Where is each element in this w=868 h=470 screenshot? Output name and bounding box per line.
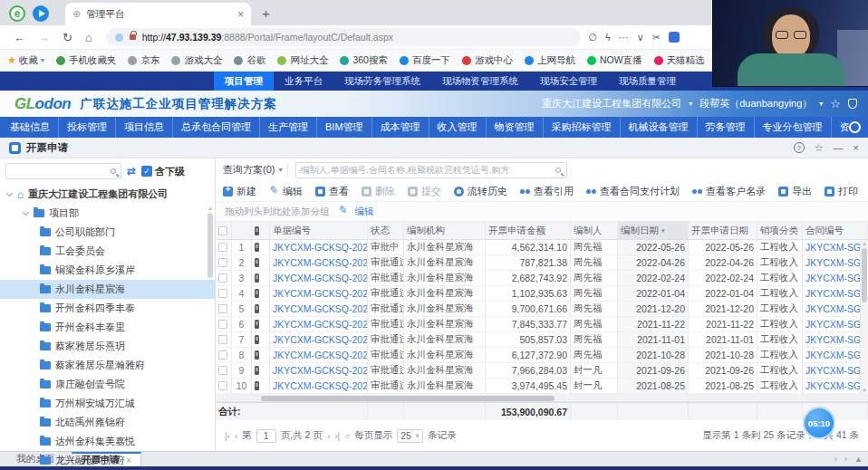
toolbar-button[interactable]: 编辑 xyxy=(269,185,303,198)
table-row[interactable]: 9 JKYCXM-GCKSQ-2021... 审批通过 永川金科星宸海 7,96… xyxy=(216,363,868,379)
row-checkbox[interactable] xyxy=(218,335,227,344)
contract-link[interactable]: JKYCXM-SG... xyxy=(803,255,868,270)
table-row[interactable]: 4 JKYCXM-GCKSQ-2022... 审批通过 永川金科星宸海 1,10… xyxy=(216,286,868,302)
module-menu-item[interactable]: 基础信息 xyxy=(2,117,59,138)
close-icon[interactable]: × xyxy=(854,142,859,153)
bookmark-item[interactable]: 游戏大全 xyxy=(171,54,222,67)
portal-nav-item[interactable]: 现场安全管理 xyxy=(529,72,608,91)
contract-link[interactable]: JKYCXM-SG... xyxy=(803,240,868,254)
url-box[interactable]: http://47.93.139.39:8888/Portal/Frame/la… xyxy=(106,28,582,46)
contract-link[interactable]: JKYCXM-SG... xyxy=(803,379,868,393)
row-checkbox[interactable] xyxy=(218,273,227,283)
col-date-apply[interactable]: 开票申请日期 xyxy=(689,222,757,239)
module-menu-item[interactable]: BIM管理 xyxy=(317,117,372,138)
module-menu-item[interactable]: 收入管理 xyxy=(429,117,487,138)
table-row[interactable]: 2 JKYCXM-GCKSQ-2022... 审批通过 永川金科星宸海 787,… xyxy=(216,255,868,271)
module-menu-item[interactable]: 采购招标管理 xyxy=(544,117,621,138)
browser-logo-icon[interactable]: e xyxy=(9,5,25,22)
tab-close-icon[interactable]: × xyxy=(237,8,244,21)
table-row[interactable]: 7 JKYCXM-GCKSQ-2021... 审批通过 永川金科星宸海 505,… xyxy=(216,332,868,348)
tree-group-projects[interactable]: 项目部 xyxy=(0,204,215,223)
bookmark-item[interactable]: 谷歌 xyxy=(234,54,265,67)
module-menu-item[interactable]: 专业分包管理 xyxy=(755,117,832,138)
attachment-icon[interactable] xyxy=(255,258,259,267)
project-tree-item[interactable]: 铜梁金科原乡溪岸 xyxy=(0,261,215,280)
dropdown-icon[interactable]: ∨ xyxy=(637,32,644,43)
bookmark-item[interactable]: 京东 xyxy=(128,54,159,67)
page-size-select[interactable]: 25∨ xyxy=(397,429,423,443)
col-contract[interactable]: 合同编号 xyxy=(803,222,868,239)
table-row[interactable]: 8 JKYCXM-GCKSQ-2021... 审批通过 永川金科星宸海 6,12… xyxy=(216,348,868,363)
horizontal-scrollbar[interactable] xyxy=(216,394,868,402)
toolbar-button[interactable]: 流转历史 xyxy=(454,185,507,198)
org-search-input[interactable] xyxy=(9,167,111,177)
ribbon-circle-icon[interactable] xyxy=(849,121,861,133)
module-menu-item[interactable]: 成本管理 xyxy=(372,117,429,138)
module-menu-item[interactable]: 总承包合同管理 xyxy=(173,117,260,138)
page-number-input[interactable]: 1 xyxy=(256,429,276,443)
portal-nav-item[interactable]: 项目管理 xyxy=(214,72,274,91)
row-checkbox[interactable] xyxy=(218,258,227,267)
doc-no-link[interactable]: JKYCXM-GCKSQ-2022... xyxy=(270,271,368,285)
vertical-scrollbar[interactable]: ▲ ▼ xyxy=(860,240,868,394)
portal-nav-item[interactable]: 现场劳务管理系统 xyxy=(333,72,431,91)
tab-list-icon[interactable]: ▲ xyxy=(854,455,863,464)
row-checkbox[interactable] xyxy=(218,366,227,375)
help-icon[interactable]: ? xyxy=(794,142,805,153)
org-search-box[interactable] xyxy=(5,163,121,179)
toolbar-button[interactable]: 打印 xyxy=(825,185,858,198)
prev-page-icon[interactable]: ‹ xyxy=(235,431,237,441)
browser-tab[interactable]: ⊕ 管理平台 × xyxy=(65,3,251,25)
flash-icon[interactable]: ϟ xyxy=(605,32,611,43)
project-tree-item[interactable]: 达州金科集美嘉悦 xyxy=(0,432,215,451)
doc-no-link[interactable]: JKYCXM-GCKSQ-2022... xyxy=(270,255,368,270)
extension-icon[interactable] xyxy=(669,32,680,43)
project-tree-item[interactable]: 蔡家雅居乐熹玥 xyxy=(0,337,215,356)
home-icon[interactable]: ⌂ xyxy=(85,31,92,44)
include-sub-checkbox[interactable]: ✓ xyxy=(141,166,152,177)
last-page-icon[interactable]: ›| xyxy=(334,431,340,441)
scroll-down-icon[interactable]: ▼ xyxy=(862,387,867,394)
contract-link[interactable]: JKYCXM-SG... xyxy=(803,271,868,285)
bookmark-item[interactable]: 手机收藏夹 xyxy=(56,54,117,67)
contract-link[interactable]: JKYCXM-SG... xyxy=(803,317,868,331)
scrollbar-thumb[interactable] xyxy=(207,213,213,278)
doc-no-link[interactable]: JKYCXM-GCKSQ-2022... xyxy=(270,286,368,301)
block-icon[interactable]: ∅ xyxy=(588,32,597,43)
doc-no-link[interactable]: JKYCXM-GCKSQ-2021... xyxy=(270,332,368,347)
col-doc-no[interactable]: 单据编号 xyxy=(270,222,368,239)
contract-link[interactable]: JKYCXM-SG... xyxy=(803,348,868,362)
record-search-input[interactable] xyxy=(300,165,555,175)
col-date-edit[interactable]: 编制日期▾ xyxy=(618,222,689,239)
toolbar-button[interactable]: 提交 xyxy=(408,185,441,198)
more-icon[interactable]: ⋯ xyxy=(619,32,629,43)
locate-button[interactable]: ⇄ xyxy=(127,165,136,177)
toolbar-button[interactable]: 查看客户名录 xyxy=(692,185,766,198)
portal-nav-item[interactable]: 现场物资管理系统 xyxy=(431,72,529,91)
doc-no-link[interactable]: JKYCXM-GCKSQ-2021... xyxy=(270,317,368,331)
attachment-icon[interactable] xyxy=(255,320,259,329)
scrollbar-thumb[interactable] xyxy=(261,396,555,401)
project-tree-item[interactable]: 永川金科星宸海 xyxy=(0,280,215,299)
reload-icon[interactable]: ↻ xyxy=(63,31,72,44)
contract-link[interactable]: JKYCXM-SG... xyxy=(803,363,868,378)
minimize-icon[interactable]: — xyxy=(834,142,844,153)
attachment-icon[interactable] xyxy=(255,350,259,360)
row-checkbox[interactable] xyxy=(218,350,227,360)
col-status[interactable]: 状态 xyxy=(368,222,404,239)
first-page-icon[interactable]: |‹ xyxy=(225,431,230,441)
module-menu-item[interactable]: 资金管理 xyxy=(832,117,849,138)
attachment-icon[interactable] xyxy=(255,335,259,344)
select-all-checkbox[interactable] xyxy=(218,226,227,235)
row-checkbox[interactable] xyxy=(218,381,227,390)
col-person[interactable]: 编制人 xyxy=(571,222,618,239)
table-row[interactable]: 5 JKYCXM-GCKSQ-2021... 审批通过 永川金科星宸海 9,70… xyxy=(216,302,868,317)
next-page-icon[interactable]: › xyxy=(327,431,330,441)
contract-link[interactable]: JKYCXM-SG... xyxy=(803,332,868,347)
module-menu-item[interactable]: 项目信息 xyxy=(116,117,173,138)
project-tree-item[interactable]: 康庄融创壹号院 xyxy=(0,375,215,394)
attachment-icon[interactable] xyxy=(255,381,259,390)
project-tree-item[interactable]: 公司职能部门 xyxy=(0,223,215,242)
scissors-icon[interactable]: ✂ xyxy=(652,32,661,43)
record-search-box[interactable] xyxy=(295,162,567,178)
